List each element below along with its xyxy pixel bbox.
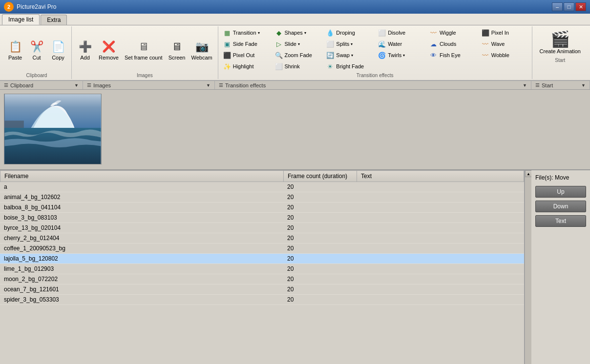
ribbon: 📋 Paste ✂️ Cut 📄 Copy Clipboard ➕ Add ❌ … [0, 25, 590, 81]
effect-droping[interactable]: 💧 Droping [323, 27, 375, 38]
add-button[interactable]: ➕ Add [75, 38, 95, 62]
effect-wobble[interactable]: 〰 Wobble [479, 50, 530, 61]
text-button[interactable]: Text [535, 215, 586, 227]
webcam-icon: 📷 [194, 39, 210, 55]
title-bar: 2 Picture2avi Pro – □ ✕ [0, 0, 590, 14]
effect-fish-eye[interactable]: 👁 Fish Eye [427, 50, 478, 61]
tab-image-list[interactable]: Image list [2, 14, 40, 25]
effect-water[interactable]: 🌊 Water [375, 39, 426, 49]
tab-extra[interactable]: Extra [41, 15, 67, 25]
create-animation-icon: 🎬 [550, 30, 570, 48]
webcam-button[interactable]: 📷 Webcam [189, 38, 214, 62]
set-frame-count-button[interactable]: 🖥 Set frame count [122, 38, 165, 62]
cell-frames: 20 [283, 213, 357, 223]
transition-icon: ▦ [223, 28, 232, 37]
effect-disolve[interactable]: ⬜ Disolve [375, 27, 426, 38]
bright-fade-icon: ☀ [326, 62, 335, 71]
col-header-filename: Filename [0, 171, 284, 182]
clipboard-section-icon: ☰ [4, 82, 8, 88]
cell-filename: coffee_1_20090523_bg [0, 243, 283, 254]
wave-icon: 〰 [481, 40, 490, 48]
cell-filename: lime_1_bg_012903 [0, 264, 283, 274]
effect-swap[interactable]: 🔄 Swap ▾ [323, 50, 375, 61]
effect-bright-fade[interactable]: ☀ Bright Fade [323, 61, 375, 72]
cell-frames: 20 [283, 243, 357, 254]
effect-side-fade[interactable]: ▣ Side Fade [220, 39, 272, 49]
preview-image [4, 94, 102, 164]
swap-icon: 🔄 [326, 51, 335, 60]
effect-wave[interactable]: 〰 Wave [479, 39, 530, 49]
clipboard-group: 📋 Paste ✂️ Cut 📄 Copy Clipboard [2, 26, 72, 79]
scroll-track [525, 177, 531, 364]
table-row[interactable]: spider_3_bg_05330320 [0, 295, 524, 305]
paste-button[interactable]: 📋 Paste [5, 38, 25, 62]
down-button[interactable]: Down [535, 201, 586, 212]
effect-highlight[interactable]: ✨ Highlight [220, 61, 272, 72]
cell-text [357, 213, 524, 223]
table-row[interactable]: byrce_13_bg_02010420 [0, 223, 524, 233]
transition-effects-group: ▦ Transition ▾ ◆ Shapes ▾ 💧 Droping ⬜ Di… [218, 26, 532, 79]
copy-button[interactable]: 📄 Copy [48, 38, 68, 62]
zoom-fade-icon: 🔍 [274, 51, 283, 60]
shrink-icon: ⬜ [274, 62, 283, 71]
effect-twirls[interactable]: 🌀 Twirls ▾ [375, 50, 426, 61]
cut-button[interactable]: ✂️ Cut [26, 38, 47, 62]
cell-text [357, 202, 524, 213]
table-row[interactable]: coffee_1_20090523_bg20 [0, 243, 524, 254]
clipboard-buttons: 📋 Paste ✂️ Cut 📄 Copy [5, 27, 68, 72]
paste-icon: 📋 [7, 39, 23, 55]
table-row[interactable]: moon_2_bg_07220220 [0, 274, 524, 284]
effect-clouds[interactable]: ☁ Clouds [427, 39, 478, 49]
remove-button[interactable]: ❌ Remove [96, 38, 121, 62]
transitions-expand-icon: ▼ [523, 83, 527, 88]
table-row[interactable]: balboa_8_bg_04110420 [0, 202, 524, 213]
effect-pixel-in[interactable]: ⬛ Pixel In [479, 27, 530, 38]
cell-text [357, 274, 524, 284]
table-row[interactable]: lime_1_bg_01290320 [0, 264, 524, 274]
effect-splits[interactable]: ⬜ Splits ▾ [323, 39, 375, 49]
cell-frames: 20 [283, 192, 357, 202]
effect-shapes[interactable]: ◆ Shapes ▾ [272, 27, 323, 38]
table-row[interactable]: ocean_7_bg_12160120 [0, 284, 524, 295]
cell-frames: 20 [283, 223, 357, 233]
effect-shrink[interactable]: ⬜ Shrink [272, 61, 323, 72]
table-row[interactable]: boise_3_bg_08310320 [0, 213, 524, 223]
scroll-up-arrow[interactable]: ▲ [525, 170, 532, 177]
scroll-arrows: ▲ ▼ [525, 170, 531, 364]
tab-bar: Image list Extra [0, 14, 590, 25]
table-row[interactable]: lajolla_5_bg_12080220 [0, 254, 524, 264]
maximize-button[interactable]: □ [564, 2, 574, 11]
create-animation-button[interactable]: 🎬 Create Animation [534, 27, 586, 57]
cell-text [357, 192, 524, 202]
cell-frames: 20 [283, 284, 357, 295]
app-logo: 2 [4, 2, 14, 12]
minimize-button[interactable]: – [552, 2, 563, 11]
up-button[interactable]: Up [535, 186, 586, 198]
cell-frames: 20 [283, 202, 357, 213]
clouds-icon: ☁ [429, 40, 438, 48]
start-group: 🎬 Create Animation Start [532, 26, 588, 79]
wiggle-icon: 〰 [429, 28, 438, 37]
section-transitions: ☰ Transition effects ▼ [215, 81, 531, 89]
droping-icon: 💧 [326, 28, 335, 37]
images-group: ➕ Add ❌ Remove 🖥 Set frame count 🖥 Scree… [72, 26, 218, 79]
table-row[interactable]: cherry_2_bg_01240420 [0, 233, 524, 243]
effect-wiggle[interactable]: 〰 Wiggle [427, 27, 478, 38]
effect-zoom-fade[interactable]: 🔍 Zoom Fade [272, 50, 323, 61]
section-headers: ☰ Clipboard ▼ ☰ Images ▼ ☰ Transition ef… [0, 81, 590, 90]
side-fade-icon: ▣ [223, 40, 232, 48]
effect-transition[interactable]: ▦ Transition ▾ [220, 27, 272, 38]
close-button[interactable]: ✕ [575, 2, 586, 11]
screen-button[interactable]: 🖥 Screen [166, 38, 188, 62]
table-row[interactable]: animal_4_bg_10260220 [0, 192, 524, 202]
table-scroll[interactable]: a20animal_4_bg_10260220balboa_8_bg_04110… [0, 182, 524, 364]
window-controls: – □ ✕ [552, 2, 586, 11]
effect-pixel-out[interactable]: ⬛ Pixel Out [220, 50, 272, 61]
remove-icon: ❌ [101, 39, 116, 55]
file-table-container: Filename Frame count (duration) Text a20… [0, 170, 525, 364]
shapes-icon: ◆ [274, 28, 283, 37]
effect-slide[interactable]: ▷ Slide ▾ [272, 39, 323, 49]
cell-frames: 20 [283, 295, 357, 305]
table-row[interactable]: a20 [0, 182, 524, 192]
cell-text [357, 182, 524, 192]
